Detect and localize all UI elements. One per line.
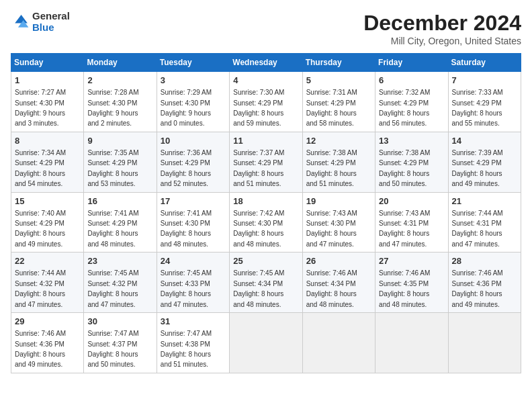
day-number: 21	[452, 195, 517, 208]
day-info: Sunrise: 7:47 AM Sunset: 4:37 PM Dayligh…	[87, 330, 138, 368]
day-info: Sunrise: 7:46 AM Sunset: 4:35 PM Dayligh…	[379, 269, 430, 308]
day-info: Sunrise: 7:37 AM Sunset: 4:29 PM Dayligh…	[233, 149, 284, 187]
day-number: 23	[87, 255, 152, 267]
calendar-cell: 27Sunrise: 7:46 AM Sunset: 4:35 PM Dayli…	[375, 253, 448, 313]
day-info: Sunrise: 7:47 AM Sunset: 4:38 PM Dayligh…	[161, 330, 212, 368]
day-info: Sunrise: 7:28 AM Sunset: 4:30 PM Dayligh…	[87, 89, 138, 127]
day-info: Sunrise: 7:36 AM Sunset: 4:29 PM Dayligh…	[161, 149, 212, 187]
calendar-cell: 9Sunrise: 7:35 AM Sunset: 4:29 PM Daylig…	[84, 132, 157, 192]
day-info: Sunrise: 7:31 AM Sunset: 4:29 PM Dayligh…	[306, 89, 357, 127]
calendar-cell: 17Sunrise: 7:41 AM Sunset: 4:30 PM Dayli…	[157, 192, 229, 253]
calendar-cell: 25Sunrise: 7:45 AM Sunset: 4:34 PM Dayli…	[230, 253, 302, 313]
day-info: Sunrise: 7:45 AM Sunset: 4:33 PM Dayligh…	[161, 269, 212, 308]
day-number: 14	[452, 135, 517, 147]
day-number: 5	[306, 75, 371, 87]
calendar-cell: 1Sunrise: 7:27 AM Sunset: 4:30 PM Daylig…	[11, 72, 84, 132]
calendar-subtitle: Mill City, Oregon, United States	[363, 36, 521, 46]
day-info: Sunrise: 7:27 AM Sunset: 4:30 PM Dayligh…	[15, 89, 66, 127]
day-info: Sunrise: 7:46 AM Sunset: 4:36 PM Dayligh…	[15, 330, 66, 368]
day-info: Sunrise: 7:41 AM Sunset: 4:30 PM Dayligh…	[161, 210, 212, 248]
calendar-cell: 16Sunrise: 7:41 AM Sunset: 4:29 PM Dayli…	[84, 192, 157, 253]
calendar-cell: 15Sunrise: 7:40 AM Sunset: 4:29 PM Dayli…	[11, 192, 84, 253]
calendar-cell: 13Sunrise: 7:38 AM Sunset: 4:29 PM Dayli…	[375, 132, 448, 192]
calendar-cell: 24Sunrise: 7:45 AM Sunset: 4:33 PM Dayli…	[157, 253, 229, 313]
week-row-5: 29Sunrise: 7:46 AM Sunset: 4:36 PM Dayli…	[11, 313, 521, 373]
day-number: 6	[379, 75, 444, 87]
day-info: Sunrise: 7:30 AM Sunset: 4:29 PM Dayligh…	[233, 89, 284, 127]
day-info: Sunrise: 7:33 AM Sunset: 4:29 PM Dayligh…	[452, 89, 503, 127]
day-number: 22	[15, 255, 80, 267]
day-number: 15	[15, 195, 80, 208]
calendar-cell: 26Sunrise: 7:46 AM Sunset: 4:34 PM Dayli…	[302, 253, 375, 313]
calendar-cell: 4Sunrise: 7:30 AM Sunset: 4:29 PM Daylig…	[230, 72, 302, 132]
day-info: Sunrise: 7:46 AM Sunset: 4:34 PM Dayligh…	[306, 269, 357, 308]
day-info: Sunrise: 7:43 AM Sunset: 4:30 PM Dayligh…	[306, 210, 357, 248]
weekday-friday: Friday	[375, 54, 448, 72]
weekday-saturday: Saturday	[448, 54, 521, 72]
calendar-title: December 2024	[363, 11, 521, 36]
day-info: Sunrise: 7:39 AM Sunset: 4:29 PM Dayligh…	[452, 149, 503, 187]
calendar-cell: 6Sunrise: 7:32 AM Sunset: 4:29 PM Daylig…	[375, 72, 448, 132]
weekday-header: SundayMondayTuesdayWednesdayThursdayFrid…	[11, 54, 521, 72]
day-number: 7	[452, 75, 517, 87]
calendar-cell	[375, 313, 448, 373]
day-info: Sunrise: 7:45 AM Sunset: 4:32 PM Dayligh…	[87, 269, 138, 308]
weekday-thursday: Thursday	[302, 54, 375, 72]
day-info: Sunrise: 7:43 AM Sunset: 4:31 PM Dayligh…	[379, 210, 430, 248]
calendar-cell	[230, 313, 302, 373]
calendar-cell: 5Sunrise: 7:31 AM Sunset: 4:29 PM Daylig…	[302, 72, 375, 132]
day-number: 26	[306, 255, 371, 267]
weekday-sunday: Sunday	[11, 54, 84, 72]
day-number: 10	[161, 135, 226, 147]
logo-text: General Blue	[32, 11, 70, 33]
calendar-cell: 29Sunrise: 7:46 AM Sunset: 4:36 PM Dayli…	[11, 313, 84, 373]
header: General Blue December 2024 Mill City, Or…	[11, 11, 521, 46]
day-info: Sunrise: 7:38 AM Sunset: 4:29 PM Dayligh…	[379, 149, 430, 187]
calendar-cell: 11Sunrise: 7:37 AM Sunset: 4:29 PM Dayli…	[230, 132, 302, 192]
week-row-2: 8Sunrise: 7:34 AM Sunset: 4:29 PM Daylig…	[11, 132, 521, 192]
day-info: Sunrise: 7:44 AM Sunset: 4:32 PM Dayligh…	[15, 269, 66, 308]
day-info: Sunrise: 7:32 AM Sunset: 4:29 PM Dayligh…	[379, 89, 430, 127]
calendar-cell: 30Sunrise: 7:47 AM Sunset: 4:37 PM Dayli…	[84, 313, 157, 373]
weekday-tuesday: Tuesday	[157, 54, 229, 72]
day-info: Sunrise: 7:44 AM Sunset: 4:31 PM Dayligh…	[452, 210, 503, 248]
day-number: 8	[15, 135, 80, 147]
title-block: December 2024 Mill City, Oregon, United …	[363, 11, 521, 46]
day-number: 3	[161, 75, 226, 87]
calendar-cell: 21Sunrise: 7:44 AM Sunset: 4:31 PM Dayli…	[448, 192, 521, 253]
day-number: 20	[379, 195, 444, 208]
day-info: Sunrise: 7:46 AM Sunset: 4:36 PM Dayligh…	[452, 269, 503, 308]
day-number: 17	[161, 195, 226, 208]
day-info: Sunrise: 7:42 AM Sunset: 4:30 PM Dayligh…	[233, 210, 284, 248]
calendar-table: SundayMondayTuesdayWednesdayThursdayFrid…	[11, 53, 521, 373]
week-row-3: 15Sunrise: 7:40 AM Sunset: 4:29 PM Dayli…	[11, 192, 521, 253]
weekday-wednesday: Wednesday	[230, 54, 302, 72]
week-row-1: 1Sunrise: 7:27 AM Sunset: 4:30 PM Daylig…	[11, 72, 521, 132]
week-row-4: 22Sunrise: 7:44 AM Sunset: 4:32 PM Dayli…	[11, 253, 521, 313]
calendar-cell	[448, 313, 521, 373]
day-info: Sunrise: 7:35 AM Sunset: 4:29 PM Dayligh…	[87, 149, 138, 187]
calendar-cell: 31Sunrise: 7:47 AM Sunset: 4:38 PM Dayli…	[157, 313, 229, 373]
day-info: Sunrise: 7:41 AM Sunset: 4:29 PM Dayligh…	[87, 210, 138, 248]
day-number: 1	[15, 75, 80, 87]
day-number: 27	[379, 255, 444, 267]
calendar-cell: 23Sunrise: 7:45 AM Sunset: 4:32 PM Dayli…	[84, 253, 157, 313]
day-number: 12	[306, 135, 371, 147]
day-number: 28	[452, 255, 517, 267]
calendar-body: 1Sunrise: 7:27 AM Sunset: 4:30 PM Daylig…	[11, 72, 521, 373]
day-number: 2	[87, 75, 152, 87]
day-info: Sunrise: 7:45 AM Sunset: 4:34 PM Dayligh…	[233, 269, 284, 308]
calendar-cell	[302, 313, 375, 373]
calendar-cell: 22Sunrise: 7:44 AM Sunset: 4:32 PM Dayli…	[11, 253, 84, 313]
day-number: 29	[15, 316, 80, 328]
calendar-cell: 28Sunrise: 7:46 AM Sunset: 4:36 PM Dayli…	[448, 253, 521, 313]
calendar-cell: 3Sunrise: 7:29 AM Sunset: 4:30 PM Daylig…	[157, 72, 229, 132]
weekday-monday: Monday	[84, 54, 157, 72]
day-number: 25	[233, 255, 298, 267]
day-number: 19	[306, 195, 371, 208]
calendar-cell: 12Sunrise: 7:38 AM Sunset: 4:29 PM Dayli…	[302, 132, 375, 192]
day-number: 16	[87, 195, 152, 208]
calendar-cell: 18Sunrise: 7:42 AM Sunset: 4:30 PM Dayli…	[230, 192, 302, 253]
day-number: 24	[161, 255, 226, 267]
day-info: Sunrise: 7:34 AM Sunset: 4:29 PM Dayligh…	[15, 149, 66, 187]
